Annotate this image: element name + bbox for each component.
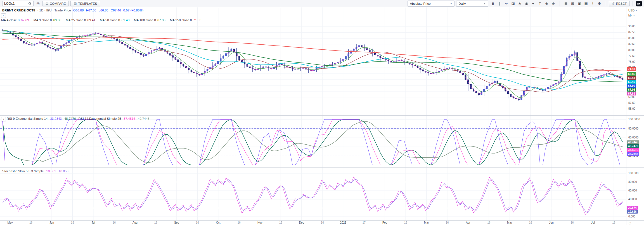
ma-legend: MA 4 close 067.69MA 9 close 069.86MA 25 … <box>1 18 201 22</box>
zoom-out-icon[interactable]: ⊖ <box>550 1 557 6</box>
axis-price-tag: 48.7470 <box>627 144 639 148</box>
ma-legend-item: MA 250 close 071.93 <box>170 18 201 22</box>
ma-legend-item: MA 100 close 067.96 <box>134 18 165 22</box>
rsi-legend: RSI 9 Exponential Simple 1433.234348.747… <box>7 117 150 120</box>
axis-tick-label: 0.000 <box>628 215 635 218</box>
stochastic-chart-canvas[interactable] <box>0 168 626 221</box>
legend-item: Stochastic Slow 5 3 3 Simple <box>2 169 44 173</box>
add-pane-icon[interactable]: ⊟ <box>569 1 576 6</box>
reset-icon: ↺ <box>612 2 615 6</box>
legend-item: O66.88 <box>73 9 84 12</box>
axis-tick-label: 60.000 <box>628 189 637 192</box>
interval-select[interactable]: Daily ▾ <box>456 1 488 7</box>
bar-chart-icon[interactable]: ∥ <box>496 1 503 6</box>
symbol-search-box[interactable]: LCOc1 <box>2 1 34 6</box>
ma-label: MA 4 close 0 <box>1 18 20 22</box>
symbol-lookup-icon[interactable]: ◎ <box>35 1 41 6</box>
compare-label: COMPARE <box>50 2 66 5</box>
pane-divider[interactable] <box>0 167 644 168</box>
time-axis-label: 16 <box>487 221 491 224</box>
zoom-in-icon[interactable]: ⊕ <box>543 1 550 6</box>
axis-tick-label: 75.00 <box>628 60 635 63</box>
price-pane[interactable]: BRENT CRUDE OCT5· 1D · IEU · Trade Price… <box>0 7 626 116</box>
legend-item: 10.853 <box>58 169 68 173</box>
compare-button[interactable]: ⊕ COMPARE <box>42 1 69 6</box>
ma-legend-item: MA 9 close 069.86 <box>34 18 61 22</box>
price-mode-value: Absolute Price <box>410 2 431 5</box>
crosshair-icon[interactable]: + <box>530 1 537 6</box>
templates-button[interactable]: ▤ TEMPLATES <box>70 1 100 6</box>
time-axis-label: Oct <box>216 221 221 224</box>
price-chart-canvas[interactable] <box>0 7 626 116</box>
rsi-pane[interactable]: ‹ RSI 9 Exponential Simple 1433.234348.7… <box>0 116 626 168</box>
clock-icon[interactable]: ◷ <box>629 221 631 225</box>
collapse-price-pane-button[interactable]: ‹ <box>1 13 6 18</box>
candlestick-chart-icon[interactable]: ▮ <box>490 1 496 6</box>
axis-price-tag: 69.40 <box>627 80 636 84</box>
axis-price-tag: 67.96 <box>627 88 636 92</box>
time-axis-label: 16 <box>321 221 324 224</box>
instrument-legend: BRENT CRUDE OCT5· 1D · IEU · Trade Price… <box>2 9 143 12</box>
ma-value: 71.93 <box>193 18 201 22</box>
pane-divider[interactable] <box>0 115 644 116</box>
chart-toolbar: LCOc1 ◎ ⊕ COMPARE ▤ TEMPLATES Absolute P… <box>0 0 644 7</box>
time-axis-label: Nov <box>257 221 262 224</box>
legend-item: 49.7445 <box>138 117 150 120</box>
chevron-down-icon: ▾ <box>636 9 637 12</box>
price-axis-column[interactable]: USD ▾ bbl ▾ ◷ 90.0087.5085.0082.5080.007… <box>626 7 644 225</box>
search-icon[interactable] <box>28 2 32 5</box>
time-axis-label: Jul <box>591 221 595 224</box>
symbol-input[interactable]: LCOc1 <box>4 2 15 6</box>
axis-tick-label: 80.0000 <box>628 127 638 130</box>
tradingview-logo-icon <box>637 2 641 6</box>
ma-label: MA 25 close 0 <box>66 18 86 22</box>
rsi-chart-canvas[interactable] <box>0 116 626 168</box>
time-axis-label: 16 <box>404 221 407 224</box>
time-axis-label: 16 <box>113 221 116 224</box>
axis-tick-label: 87.50 <box>628 31 635 34</box>
unit-select[interactable]: bbl ▾ <box>628 14 635 17</box>
axis-price-tag: 71.93 <box>627 67 636 71</box>
stochastic-pane[interactable]: Stochastic Slow 5 3 3 Simple10.86110.853 <box>0 168 626 221</box>
currency-select[interactable]: USD ▾ <box>628 9 637 12</box>
chevron-down-icon: ▾ <box>633 14 635 17</box>
time-axis[interactable]: May16Jun16Jul16Aug16Sep16Oct16Nov16Dec16… <box>0 221 626 225</box>
collapse-rsi-pane-button[interactable]: ‹ <box>1 117 6 121</box>
time-axis-label: Feb <box>382 221 387 224</box>
reset-button[interactable]: ↺ RESET <box>609 1 630 6</box>
text-tool-icon[interactable]: T <box>537 1 543 6</box>
axis-price-tag: 49.7445 <box>627 140 639 144</box>
axis-tick-label: 40.000 <box>628 198 637 201</box>
time-axis-label: Sep <box>174 221 179 224</box>
interval-value: Daily <box>459 2 466 5</box>
time-axis-label: 2025 <box>340 221 346 224</box>
area-chart-icon[interactable]: ◪ <box>510 1 517 6</box>
ma-value: 69.40 <box>122 18 130 22</box>
ma-label: MA 50 close 0 <box>100 18 120 22</box>
tradingview-logo[interactable] <box>636 1 642 6</box>
settings-icon[interactable]: ⚙ <box>596 1 603 6</box>
time-axis-label: 16 <box>71 221 74 224</box>
toolbar-divider <box>606 1 606 6</box>
legend-item: 10.861 <box>46 169 56 173</box>
ma-value: 67.69 <box>21 18 29 22</box>
axis-tick-label: 80.00 <box>628 49 635 52</box>
toolbar-divider <box>633 1 633 6</box>
line-chart-icon[interactable]: ∿ <box>503 1 510 6</box>
time-axis-label: 16 <box>279 221 282 224</box>
price-mode-select[interactable]: Absolute Price ▾ <box>408 1 454 7</box>
time-axis-label: 16 <box>154 221 157 224</box>
time-axis-label: Mar <box>424 221 429 224</box>
snapshot-icon[interactable]: ▣ <box>576 1 583 6</box>
events-icon[interactable]: ◉ <box>523 1 530 6</box>
ma-legend-item: MA 25 close 069.41 <box>66 18 95 22</box>
time-axis-label: Dec <box>299 221 304 224</box>
overlay-icon[interactable]: ≋ <box>517 1 523 6</box>
layout-icon[interactable]: ▦ <box>583 1 589 6</box>
axis-tick-label: 57.50 <box>628 101 635 104</box>
time-axis-label: 16 <box>29 221 32 224</box>
ma-legend-item: MA 4 close 067.69 <box>1 18 29 22</box>
reset-label: RESET <box>616 2 627 5</box>
more-options-icon[interactable]: ⋮ <box>589 1 596 6</box>
data-table-icon[interactable]: ⊞ <box>563 1 569 6</box>
